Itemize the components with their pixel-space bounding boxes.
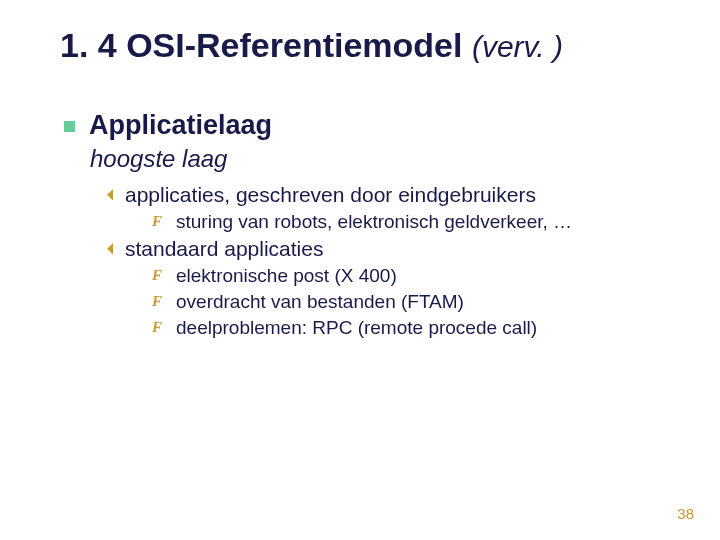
svg-rect-0 <box>107 189 113 200</box>
section-subtitle: hoogste laag <box>90 145 680 173</box>
page-number: 38 <box>677 505 694 522</box>
f-bullet-icon: F <box>152 319 164 336</box>
list-item: applicaties, geschreven door eindgebruik… <box>102 183 680 207</box>
title-main: 1. 4 OSI-Referentiemodel <box>60 26 472 64</box>
sub-list-item: F elektronische post (X 400) <box>152 265 680 287</box>
sub-list-item-label: sturing van robots, elektronisch geldver… <box>176 211 572 233</box>
f-bullet-icon: F <box>152 213 164 230</box>
slide-title: 1. 4 OSI-Referentiemodel (verv. ) <box>60 26 563 65</box>
list-item-label: standaard applicaties <box>125 237 323 261</box>
section-heading-row: Applicatielaag <box>64 110 680 141</box>
title-continuation: (verv. ) <box>472 30 563 63</box>
sub-list-item-label: overdracht van bestanden (FTAM) <box>176 291 464 313</box>
sub-list-item: F deelproblemen: RPC (remote procede cal… <box>152 317 680 339</box>
slide-body: Applicatielaag hoogste laag applicaties,… <box>64 110 680 341</box>
f-bullet-icon: F <box>152 293 164 310</box>
svg-rect-1 <box>107 243 113 254</box>
f-bullet-icon: F <box>152 267 164 284</box>
list-item-label: applicaties, geschreven door eindgebruik… <box>125 183 536 207</box>
diamond-bullet-icon <box>102 189 113 200</box>
list-item: standaard applicaties <box>102 237 680 261</box>
section-heading: Applicatielaag <box>89 110 272 141</box>
diamond-bullet-icon <box>102 243 113 254</box>
square-bullet-icon <box>64 121 75 132</box>
sub-list-item: F sturing van robots, elektronisch geldv… <box>152 211 680 233</box>
sub-list-item: F overdracht van bestanden (FTAM) <box>152 291 680 313</box>
sub-list-item-label: deelproblemen: RPC (remote procede call) <box>176 317 537 339</box>
sub-list-item-label: elektronische post (X 400) <box>176 265 397 287</box>
slide: 1. 4 OSI-Referentiemodel (verv. ) Applic… <box>0 0 720 540</box>
